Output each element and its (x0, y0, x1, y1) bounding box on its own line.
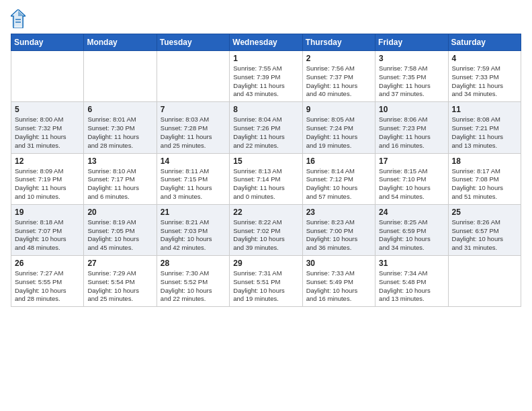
day-cell: 17Sunrise: 8:15 AM Sunset: 7:10 PM Dayli… (375, 153, 448, 204)
day-number: 8 (233, 105, 298, 114)
day-info: Sunrise: 8:00 AM Sunset: 7:32 PM Dayligh… (15, 116, 80, 150)
day-info: Sunrise: 7:55 AM Sunset: 7:39 PM Dayligh… (233, 64, 298, 99)
day-cell: 30Sunrise: 7:33 AM Sunset: 5:49 PM Dayli… (302, 256, 375, 307)
day-cell: 21Sunrise: 8:21 AM Sunset: 7:03 PM Dayli… (157, 204, 229, 255)
day-info: Sunrise: 8:23 AM Sunset: 7:00 PM Dayligh… (306, 218, 371, 253)
day-info: Sunrise: 7:29 AM Sunset: 5:54 PM Dayligh… (87, 269, 152, 304)
day-cell: 4Sunrise: 7:59 AM Sunset: 7:33 PM Daylig… (448, 51, 521, 102)
day-cell: 3Sunrise: 7:58 AM Sunset: 7:35 PM Daylig… (375, 51, 448, 102)
svg-rect-4 (15, 21, 21, 23)
week-row-1: 1Sunrise: 7:55 AM Sunset: 7:39 PM Daylig… (11, 51, 521, 102)
weekday-header-sunday: Sunday (11, 34, 84, 51)
day-cell: 8Sunrise: 8:04 AM Sunset: 7:26 PM Daylig… (230, 102, 302, 153)
weekday-header-wednesday: Wednesday (230, 34, 302, 51)
day-info: Sunrise: 8:09 AM Sunset: 7:19 PM Dayligh… (15, 167, 80, 201)
day-number: 17 (379, 156, 444, 166)
day-number: 2 (306, 54, 371, 63)
day-cell: 27Sunrise: 7:29 AM Sunset: 5:54 PM Dayli… (84, 256, 157, 307)
day-number: 24 (379, 208, 444, 217)
page: SundayMondayTuesdayWednesdayThursdayFrid… (0, 0, 532, 411)
day-number: 31 (379, 259, 444, 268)
day-cell: 7Sunrise: 8:03 AM Sunset: 7:28 PM Daylig… (157, 102, 229, 153)
day-info: Sunrise: 8:21 AM Sunset: 7:03 PM Dayligh… (161, 218, 226, 253)
day-cell: 23Sunrise: 8:23 AM Sunset: 7:00 PM Dayli… (302, 204, 375, 255)
day-number: 26 (15, 259, 80, 268)
day-info: Sunrise: 8:14 AM Sunset: 7:12 PM Dayligh… (306, 167, 371, 201)
day-number: 22 (233, 208, 298, 217)
week-row-5: 26Sunrise: 7:27 AM Sunset: 5:55 PM Dayli… (11, 256, 521, 307)
day-info: Sunrise: 7:27 AM Sunset: 5:55 PM Dayligh… (15, 269, 80, 304)
day-number: 10 (379, 105, 444, 114)
day-cell: 16Sunrise: 8:14 AM Sunset: 7:12 PM Dayli… (302, 153, 375, 204)
day-cell: 10Sunrise: 8:06 AM Sunset: 7:23 PM Dayli… (375, 102, 448, 153)
day-number: 20 (87, 208, 152, 217)
day-cell: 12Sunrise: 8:09 AM Sunset: 7:19 PM Dayli… (11, 153, 84, 204)
day-info: Sunrise: 7:56 AM Sunset: 7:37 PM Dayligh… (306, 64, 371, 99)
day-info: Sunrise: 8:05 AM Sunset: 7:24 PM Dayligh… (306, 116, 371, 150)
day-cell: 25Sunrise: 8:26 AM Sunset: 6:57 PM Dayli… (448, 204, 521, 255)
day-info: Sunrise: 8:01 AM Sunset: 7:30 PM Dayligh… (87, 116, 152, 150)
day-info: Sunrise: 7:58 AM Sunset: 7:35 PM Dayligh… (379, 64, 444, 99)
day-cell (448, 256, 521, 307)
day-info: Sunrise: 7:30 AM Sunset: 5:52 PM Dayligh… (161, 269, 226, 304)
day-number: 23 (306, 208, 371, 217)
day-number: 14 (161, 156, 226, 166)
day-cell: 19Sunrise: 8:18 AM Sunset: 7:07 PM Dayli… (11, 204, 84, 255)
day-info: Sunrise: 7:34 AM Sunset: 5:48 PM Dayligh… (379, 269, 444, 304)
day-number: 7 (161, 105, 226, 114)
day-cell: 18Sunrise: 8:17 AM Sunset: 7:08 PM Dayli… (448, 153, 521, 204)
day-number: 15 (233, 156, 298, 166)
day-cell (11, 51, 84, 102)
day-cell: 29Sunrise: 7:31 AM Sunset: 5:51 PM Dayli… (230, 256, 302, 307)
day-cell: 24Sunrise: 8:25 AM Sunset: 6:59 PM Dayli… (375, 204, 448, 255)
day-number: 5 (15, 105, 80, 114)
weekday-header-thursday: Thursday (302, 34, 375, 51)
day-number: 12 (15, 156, 80, 166)
day-cell: 28Sunrise: 7:30 AM Sunset: 5:52 PM Dayli… (157, 256, 229, 307)
day-info: Sunrise: 8:25 AM Sunset: 6:59 PM Dayligh… (379, 218, 444, 253)
day-cell: 20Sunrise: 8:19 AM Sunset: 7:05 PM Dayli… (84, 204, 157, 255)
day-number: 19 (15, 208, 80, 217)
day-cell: 5Sunrise: 8:00 AM Sunset: 7:32 PM Daylig… (11, 102, 84, 153)
day-number: 28 (161, 259, 226, 268)
weekday-header-friday: Friday (375, 34, 448, 51)
day-number: 30 (306, 259, 371, 268)
day-cell: 9Sunrise: 8:05 AM Sunset: 7:24 PM Daylig… (302, 102, 375, 153)
day-number: 1 (233, 54, 298, 63)
logo-icon (11, 9, 26, 28)
weekday-header-row: SundayMondayTuesdayWednesdayThursdayFrid… (11, 34, 521, 51)
day-cell: 14Sunrise: 8:11 AM Sunset: 7:15 PM Dayli… (157, 153, 229, 204)
day-info: Sunrise: 8:15 AM Sunset: 7:10 PM Dayligh… (379, 167, 444, 201)
day-cell: 22Sunrise: 8:22 AM Sunset: 7:02 PM Dayli… (230, 204, 302, 255)
day-info: Sunrise: 7:31 AM Sunset: 5:51 PM Dayligh… (233, 269, 298, 304)
day-number: 11 (452, 105, 517, 114)
day-info: Sunrise: 8:22 AM Sunset: 7:02 PM Dayligh… (233, 218, 298, 253)
day-info: Sunrise: 8:08 AM Sunset: 7:21 PM Dayligh… (452, 116, 517, 150)
day-info: Sunrise: 8:11 AM Sunset: 7:15 PM Dayligh… (161, 167, 226, 201)
day-cell: 31Sunrise: 7:34 AM Sunset: 5:48 PM Dayli… (375, 256, 448, 307)
weekday-header-tuesday: Tuesday (157, 34, 229, 51)
day-cell (157, 51, 229, 102)
calendar: SundayMondayTuesdayWednesdayThursdayFrid… (11, 34, 521, 307)
day-number: 9 (306, 105, 371, 114)
day-info: Sunrise: 8:04 AM Sunset: 7:26 PM Dayligh… (233, 116, 298, 150)
day-number: 13 (87, 156, 152, 166)
day-info: Sunrise: 8:18 AM Sunset: 7:07 PM Dayligh… (15, 218, 80, 253)
day-cell: 15Sunrise: 8:13 AM Sunset: 7:14 PM Dayli… (230, 153, 302, 204)
day-number: 3 (379, 54, 444, 63)
day-cell: 6Sunrise: 8:01 AM Sunset: 7:30 PM Daylig… (84, 102, 157, 153)
day-info: Sunrise: 8:06 AM Sunset: 7:23 PM Dayligh… (379, 116, 444, 150)
day-cell (84, 51, 157, 102)
day-info: Sunrise: 7:33 AM Sunset: 5:49 PM Dayligh… (306, 269, 371, 304)
day-cell: 13Sunrise: 8:10 AM Sunset: 7:17 PM Dayli… (84, 153, 157, 204)
weekday-header-monday: Monday (84, 34, 157, 51)
logo (11, 9, 28, 28)
day-cell: 11Sunrise: 8:08 AM Sunset: 7:21 PM Dayli… (448, 102, 521, 153)
day-info: Sunrise: 8:13 AM Sunset: 7:14 PM Dayligh… (233, 167, 298, 201)
header (11, 7, 521, 28)
day-number: 18 (452, 156, 517, 166)
day-info: Sunrise: 8:26 AM Sunset: 6:57 PM Dayligh… (452, 218, 517, 253)
day-number: 16 (306, 156, 371, 166)
svg-rect-3 (15, 19, 21, 20)
day-cell: 1Sunrise: 7:55 AM Sunset: 7:39 PM Daylig… (230, 51, 302, 102)
